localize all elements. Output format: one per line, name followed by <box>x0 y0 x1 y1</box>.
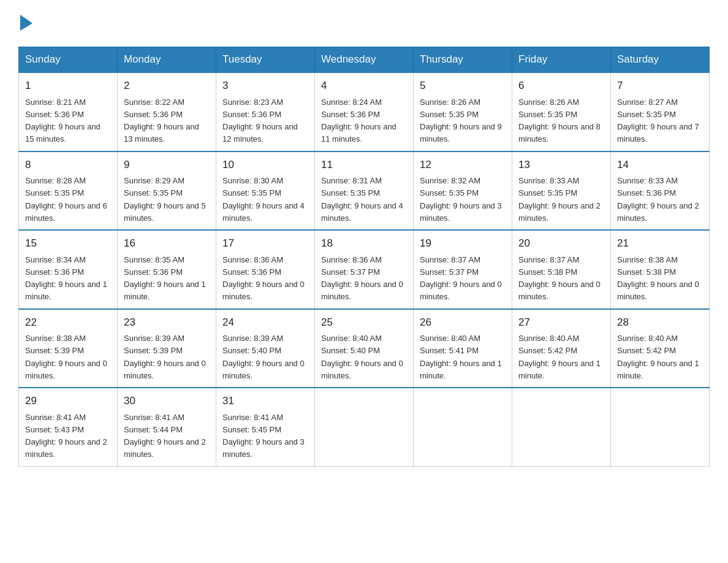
day-header-monday: Monday <box>118 47 216 73</box>
calendar-cell: 15 Sunrise: 8:34 AMSunset: 5:36 PMDaylig… <box>19 230 118 309</box>
calendar-cell: 23 Sunrise: 8:39 AMSunset: 5:39 PMDaylig… <box>118 309 216 388</box>
day-header-friday: Friday <box>512 47 611 73</box>
day-info: Sunrise: 8:22 AMSunset: 5:36 PMDaylight:… <box>124 98 199 144</box>
calendar-cell: 16 Sunrise: 8:35 AMSunset: 5:36 PMDaylig… <box>118 230 216 309</box>
calendar-cell <box>512 388 611 466</box>
day-number: 24 <box>222 315 308 331</box>
day-header-thursday: Thursday <box>414 47 512 73</box>
day-number: 22 <box>25 315 111 331</box>
calendar-cell: 1 Sunrise: 8:21 AMSunset: 5:36 PMDayligh… <box>19 72 118 151</box>
calendar-cell: 3 Sunrise: 8:23 AMSunset: 5:36 PMDayligh… <box>216 72 315 151</box>
calendar-cell: 30 Sunrise: 8:41 AMSunset: 5:44 PMDaylig… <box>118 388 216 466</box>
day-info: Sunrise: 8:38 AMSunset: 5:38 PMDaylight:… <box>617 255 699 302</box>
day-number: 7 <box>617 78 703 94</box>
day-number: 2 <box>124 78 210 94</box>
calendar-week-3: 15 Sunrise: 8:34 AMSunset: 5:36 PMDaylig… <box>19 230 710 309</box>
calendar-cell: 28 Sunrise: 8:40 AMSunset: 5:42 PMDaylig… <box>611 309 710 388</box>
calendar-week-2: 8 Sunrise: 8:28 AMSunset: 5:35 PMDayligh… <box>19 151 710 231</box>
day-number: 13 <box>518 157 604 173</box>
day-number: 9 <box>124 157 210 173</box>
day-info: Sunrise: 8:41 AMSunset: 5:43 PMDaylight:… <box>25 413 107 459</box>
calendar-week-5: 29 Sunrise: 8:41 AMSunset: 5:43 PMDaylig… <box>19 388 710 466</box>
day-info: Sunrise: 8:24 AMSunset: 5:36 PMDaylight:… <box>321 98 396 144</box>
day-info: Sunrise: 8:28 AMSunset: 5:35 PMDaylight:… <box>25 176 107 223</box>
day-info: Sunrise: 8:36 AMSunset: 5:37 PMDaylight:… <box>321 255 403 302</box>
day-info: Sunrise: 8:36 AMSunset: 5:36 PMDaylight:… <box>222 255 305 302</box>
calendar-week-1: 1 Sunrise: 8:21 AMSunset: 5:36 PMDayligh… <box>19 72 710 151</box>
day-info: Sunrise: 8:30 AMSunset: 5:35 PMDaylight:… <box>222 176 305 223</box>
calendar-cell: 13 Sunrise: 8:33 AMSunset: 5:35 PMDaylig… <box>512 151 611 231</box>
day-info: Sunrise: 8:37 AMSunset: 5:37 PMDaylight:… <box>420 255 502 302</box>
day-number: 14 <box>617 157 703 173</box>
calendar-cell: 9 Sunrise: 8:29 AMSunset: 5:35 PMDayligh… <box>118 151 216 231</box>
day-info: Sunrise: 8:33 AMSunset: 5:35 PMDaylight:… <box>518 176 601 223</box>
day-number: 31 <box>222 393 308 409</box>
logo <box>18 12 34 34</box>
day-info: Sunrise: 8:40 AMSunset: 5:41 PMDaylight:… <box>420 334 502 380</box>
day-number: 11 <box>321 157 407 173</box>
calendar-cell: 5 Sunrise: 8:26 AMSunset: 5:35 PMDayligh… <box>414 72 512 151</box>
calendar-cell: 21 Sunrise: 8:38 AMSunset: 5:38 PMDaylig… <box>611 230 710 309</box>
calendar-cell: 11 Sunrise: 8:31 AMSunset: 5:35 PMDaylig… <box>315 151 414 231</box>
calendar-cell: 27 Sunrise: 8:40 AMSunset: 5:42 PMDaylig… <box>512 309 611 388</box>
calendar-cell: 6 Sunrise: 8:26 AMSunset: 5:35 PMDayligh… <box>512 72 611 151</box>
calendar-cell: 22 Sunrise: 8:38 AMSunset: 5:39 PMDaylig… <box>19 309 118 388</box>
day-number: 25 <box>321 315 407 331</box>
day-number: 15 <box>25 236 111 251</box>
day-header-saturday: Saturday <box>611 47 710 73</box>
calendar-header-row: SundayMondayTuesdayWednesdayThursdayFrid… <box>19 47 710 73</box>
day-number: 19 <box>420 236 506 251</box>
day-header-tuesday: Tuesday <box>216 47 315 73</box>
day-info: Sunrise: 8:40 AMSunset: 5:42 PMDaylight:… <box>518 334 601 380</box>
calendar-cell: 20 Sunrise: 8:37 AMSunset: 5:38 PMDaylig… <box>512 230 611 309</box>
day-number: 18 <box>321 236 407 251</box>
day-info: Sunrise: 8:32 AMSunset: 5:35 PMDaylight:… <box>420 176 502 223</box>
day-info: Sunrise: 8:34 AMSunset: 5:36 PMDaylight:… <box>25 255 107 302</box>
day-number: 5 <box>420 78 506 94</box>
day-info: Sunrise: 8:41 AMSunset: 5:44 PMDaylight:… <box>124 413 206 459</box>
calendar-cell: 14 Sunrise: 8:33 AMSunset: 5:36 PMDaylig… <box>611 151 710 231</box>
day-number: 3 <box>222 78 308 94</box>
day-info: Sunrise: 8:31 AMSunset: 5:35 PMDaylight:… <box>321 176 403 223</box>
calendar-cell <box>315 388 414 466</box>
day-info: Sunrise: 8:26 AMSunset: 5:35 PMDaylight:… <box>518 98 601 144</box>
day-info: Sunrise: 8:38 AMSunset: 5:39 PMDaylight:… <box>25 334 107 380</box>
logo-arrow-icon <box>20 13 34 32</box>
day-number: 26 <box>420 315 506 331</box>
svg-marker-0 <box>20 15 32 31</box>
day-header-wednesday: Wednesday <box>315 47 414 73</box>
day-info: Sunrise: 8:26 AMSunset: 5:35 PMDaylight:… <box>420 98 502 144</box>
calendar-cell: 19 Sunrise: 8:37 AMSunset: 5:37 PMDaylig… <box>414 230 512 309</box>
day-info: Sunrise: 8:23 AMSunset: 5:36 PMDaylight:… <box>222 98 298 144</box>
day-number: 30 <box>124 393 210 409</box>
page-header <box>18 12 710 34</box>
day-info: Sunrise: 8:40 AMSunset: 5:42 PMDaylight:… <box>617 334 699 380</box>
day-info: Sunrise: 8:35 AMSunset: 5:36 PMDaylight:… <box>124 255 206 302</box>
day-number: 23 <box>124 315 210 331</box>
calendar-cell: 18 Sunrise: 8:36 AMSunset: 5:37 PMDaylig… <box>315 230 414 309</box>
day-header-sunday: Sunday <box>19 47 118 73</box>
day-number: 10 <box>222 157 308 173</box>
day-number: 17 <box>222 236 308 251</box>
day-info: Sunrise: 8:37 AMSunset: 5:38 PMDaylight:… <box>518 255 601 302</box>
calendar-cell: 29 Sunrise: 8:41 AMSunset: 5:43 PMDaylig… <box>19 388 118 466</box>
day-number: 12 <box>420 157 506 173</box>
day-info: Sunrise: 8:41 AMSunset: 5:45 PMDaylight:… <box>222 413 305 459</box>
calendar-cell: 25 Sunrise: 8:40 AMSunset: 5:40 PMDaylig… <box>315 309 414 388</box>
day-info: Sunrise: 8:33 AMSunset: 5:36 PMDaylight:… <box>617 176 699 223</box>
day-info: Sunrise: 8:39 AMSunset: 5:39 PMDaylight:… <box>124 334 206 380</box>
calendar-cell <box>414 388 512 466</box>
day-info: Sunrise: 8:21 AMSunset: 5:36 PMDaylight:… <box>25 98 100 144</box>
calendar-cell: 24 Sunrise: 8:39 AMSunset: 5:40 PMDaylig… <box>216 309 315 388</box>
calendar-cell: 7 Sunrise: 8:27 AMSunset: 5:35 PMDayligh… <box>611 72 710 151</box>
calendar-cell <box>611 388 710 466</box>
calendar-cell: 26 Sunrise: 8:40 AMSunset: 5:41 PMDaylig… <box>414 309 512 388</box>
calendar-cell: 8 Sunrise: 8:28 AMSunset: 5:35 PMDayligh… <box>19 151 118 231</box>
day-info: Sunrise: 8:29 AMSunset: 5:35 PMDaylight:… <box>124 176 206 223</box>
calendar-cell: 4 Sunrise: 8:24 AMSunset: 5:36 PMDayligh… <box>315 72 414 151</box>
calendar-cell: 2 Sunrise: 8:22 AMSunset: 5:36 PMDayligh… <box>118 72 216 151</box>
day-number: 6 <box>518 78 604 94</box>
day-number: 16 <box>124 236 210 251</box>
day-info: Sunrise: 8:39 AMSunset: 5:40 PMDaylight:… <box>222 334 305 380</box>
calendar-week-4: 22 Sunrise: 8:38 AMSunset: 5:39 PMDaylig… <box>19 309 710 388</box>
